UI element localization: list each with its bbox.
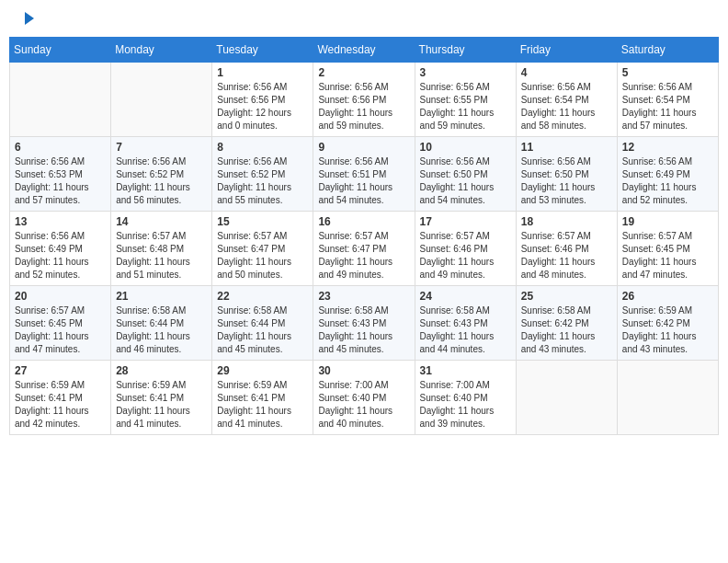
day-info: Sunrise: 6:56 AMSunset: 6:51 PMDaylight:… xyxy=(318,155,409,207)
logo xyxy=(18,14,34,25)
day-number: 30 xyxy=(318,364,409,377)
calendar-cell: 4Sunrise: 6:56 AMSunset: 6:54 PMDaylight… xyxy=(516,63,617,137)
calendar-cell xyxy=(10,63,111,137)
day-number: 26 xyxy=(622,290,713,303)
day-number: 15 xyxy=(217,215,308,228)
day-number: 5 xyxy=(622,66,713,79)
calendar-week-row: 27Sunrise: 6:59 AMSunset: 6:41 PMDayligh… xyxy=(10,361,719,435)
calendar-cell: 1Sunrise: 6:56 AMSunset: 6:56 PMDaylight… xyxy=(212,63,313,137)
weekday-header-friday: Friday xyxy=(516,38,617,63)
day-number: 4 xyxy=(521,66,612,79)
calendar-cell xyxy=(516,361,617,435)
weekday-header-saturday: Saturday xyxy=(617,38,718,63)
calendar-cell: 3Sunrise: 6:56 AMSunset: 6:55 PMDaylight… xyxy=(415,63,516,137)
day-number: 10 xyxy=(420,141,511,154)
day-number: 2 xyxy=(318,66,409,79)
calendar-cell: 16Sunrise: 6:57 AMSunset: 6:47 PMDayligh… xyxy=(313,212,415,286)
calendar-cell: 7Sunrise: 6:56 AMSunset: 6:52 PMDaylight… xyxy=(111,137,212,212)
calendar-week-row: 20Sunrise: 6:57 AMSunset: 6:45 PMDayligh… xyxy=(10,286,719,361)
day-number: 8 xyxy=(217,141,308,154)
day-info: Sunrise: 6:56 AMSunset: 6:54 PMDaylight:… xyxy=(622,81,713,132)
day-number: 6 xyxy=(15,141,106,154)
day-info: Sunrise: 6:58 AMSunset: 6:43 PMDaylight:… xyxy=(318,304,409,356)
calendar-cell: 11Sunrise: 6:56 AMSunset: 6:50 PMDayligh… xyxy=(516,137,617,212)
day-number: 22 xyxy=(217,290,308,303)
calendar-cell: 10Sunrise: 6:56 AMSunset: 6:50 PMDayligh… xyxy=(415,137,516,212)
logo-arrow-icon xyxy=(25,12,34,25)
calendar-cell: 6Sunrise: 6:56 AMSunset: 6:53 PMDaylight… xyxy=(10,137,111,212)
day-info: Sunrise: 6:56 AMSunset: 6:56 PMDaylight:… xyxy=(318,81,409,132)
day-info: Sunrise: 6:56 AMSunset: 6:55 PMDaylight:… xyxy=(420,81,511,132)
day-info: Sunrise: 6:56 AMSunset: 6:52 PMDaylight:… xyxy=(116,155,207,207)
day-number: 12 xyxy=(622,141,713,154)
day-number: 1 xyxy=(217,66,308,79)
day-number: 9 xyxy=(318,141,409,154)
day-info: Sunrise: 6:56 AMSunset: 6:50 PMDaylight:… xyxy=(420,155,511,207)
weekday-header-monday: Monday xyxy=(111,38,212,63)
day-info: Sunrise: 6:56 AMSunset: 6:49 PMDaylight:… xyxy=(622,155,713,207)
weekday-header-wednesday: Wednesday xyxy=(313,38,415,63)
calendar-cell: 19Sunrise: 6:57 AMSunset: 6:45 PMDayligh… xyxy=(617,212,718,286)
day-number: 17 xyxy=(420,215,511,228)
day-info: Sunrise: 6:59 AMSunset: 6:42 PMDaylight:… xyxy=(622,304,713,356)
day-number: 13 xyxy=(15,215,106,228)
weekday-header-thursday: Thursday xyxy=(415,38,516,63)
day-number: 18 xyxy=(521,215,612,228)
day-number: 25 xyxy=(521,290,612,303)
day-info: Sunrise: 6:56 AMSunset: 6:56 PMDaylight:… xyxy=(217,81,308,132)
day-number: 20 xyxy=(15,290,106,303)
calendar-cell: 29Sunrise: 6:59 AMSunset: 6:41 PMDayligh… xyxy=(212,361,313,435)
calendar-cell: 24Sunrise: 6:58 AMSunset: 6:43 PMDayligh… xyxy=(415,286,516,361)
calendar-week-row: 13Sunrise: 6:56 AMSunset: 6:49 PMDayligh… xyxy=(10,212,719,286)
calendar-cell: 12Sunrise: 6:56 AMSunset: 6:49 PMDayligh… xyxy=(617,137,718,212)
day-number: 19 xyxy=(622,215,713,228)
weekday-header-sunday: Sunday xyxy=(10,38,111,63)
day-number: 11 xyxy=(521,141,612,154)
calendar-cell: 27Sunrise: 6:59 AMSunset: 6:41 PMDayligh… xyxy=(10,361,111,435)
calendar-cell: 21Sunrise: 6:58 AMSunset: 6:44 PMDayligh… xyxy=(111,286,212,361)
day-info: Sunrise: 6:59 AMSunset: 6:41 PMDaylight:… xyxy=(15,379,106,431)
day-number: 31 xyxy=(420,364,511,377)
calendar-cell xyxy=(617,361,718,435)
day-info: Sunrise: 7:00 AMSunset: 6:40 PMDaylight:… xyxy=(420,379,511,431)
day-number: 3 xyxy=(420,66,511,79)
calendar-cell: 28Sunrise: 6:59 AMSunset: 6:41 PMDayligh… xyxy=(111,361,212,435)
day-info: Sunrise: 6:57 AMSunset: 6:46 PMDaylight:… xyxy=(420,230,511,282)
day-info: Sunrise: 6:56 AMSunset: 6:54 PMDaylight:… xyxy=(521,81,612,132)
day-number: 29 xyxy=(217,364,308,377)
day-info: Sunrise: 7:00 AMSunset: 6:40 PMDaylight:… xyxy=(318,379,409,431)
page-header xyxy=(9,9,719,29)
calendar-cell: 26Sunrise: 6:59 AMSunset: 6:42 PMDayligh… xyxy=(617,286,718,361)
day-info: Sunrise: 6:58 AMSunset: 6:42 PMDaylight:… xyxy=(521,304,612,356)
day-info: Sunrise: 6:56 AMSunset: 6:53 PMDaylight:… xyxy=(15,155,106,207)
calendar-cell: 2Sunrise: 6:56 AMSunset: 6:56 PMDaylight… xyxy=(313,63,415,137)
day-info: Sunrise: 6:57 AMSunset: 6:45 PMDaylight:… xyxy=(622,230,713,282)
day-number: 7 xyxy=(116,141,207,154)
day-info: Sunrise: 6:56 AMSunset: 6:49 PMDaylight:… xyxy=(15,230,106,282)
calendar-cell: 23Sunrise: 6:58 AMSunset: 6:43 PMDayligh… xyxy=(313,286,415,361)
calendar-cell: 13Sunrise: 6:56 AMSunset: 6:49 PMDayligh… xyxy=(10,212,111,286)
day-info: Sunrise: 6:59 AMSunset: 6:41 PMDaylight:… xyxy=(217,379,308,431)
day-number: 24 xyxy=(420,290,511,303)
calendar-week-row: 1Sunrise: 6:56 AMSunset: 6:56 PMDaylight… xyxy=(10,63,719,137)
calendar-cell: 5Sunrise: 6:56 AMSunset: 6:54 PMDaylight… xyxy=(617,63,718,137)
day-info: Sunrise: 6:57 AMSunset: 6:47 PMDaylight:… xyxy=(217,230,308,282)
day-number: 27 xyxy=(15,364,106,377)
calendar-cell: 20Sunrise: 6:57 AMSunset: 6:45 PMDayligh… xyxy=(10,286,111,361)
day-info: Sunrise: 6:58 AMSunset: 6:43 PMDaylight:… xyxy=(420,304,511,356)
day-number: 28 xyxy=(116,364,207,377)
calendar-cell: 30Sunrise: 7:00 AMSunset: 6:40 PMDayligh… xyxy=(313,361,415,435)
day-info: Sunrise: 6:59 AMSunset: 6:41 PMDaylight:… xyxy=(116,379,207,431)
calendar-table: SundayMondayTuesdayWednesdayThursdayFrid… xyxy=(9,37,719,435)
day-info: Sunrise: 6:57 AMSunset: 6:48 PMDaylight:… xyxy=(116,230,207,282)
day-info: Sunrise: 6:57 AMSunset: 6:47 PMDaylight:… xyxy=(318,230,409,282)
day-info: Sunrise: 6:56 AMSunset: 6:52 PMDaylight:… xyxy=(217,155,308,207)
weekday-header-row: SundayMondayTuesdayWednesdayThursdayFrid… xyxy=(10,38,719,63)
calendar-cell: 17Sunrise: 6:57 AMSunset: 6:46 PMDayligh… xyxy=(415,212,516,286)
calendar-cell: 31Sunrise: 7:00 AMSunset: 6:40 PMDayligh… xyxy=(415,361,516,435)
day-info: Sunrise: 6:56 AMSunset: 6:50 PMDaylight:… xyxy=(521,155,612,207)
calendar-cell: 25Sunrise: 6:58 AMSunset: 6:42 PMDayligh… xyxy=(516,286,617,361)
day-number: 21 xyxy=(116,290,207,303)
day-number: 23 xyxy=(318,290,409,303)
day-info: Sunrise: 6:57 AMSunset: 6:46 PMDaylight:… xyxy=(521,230,612,282)
